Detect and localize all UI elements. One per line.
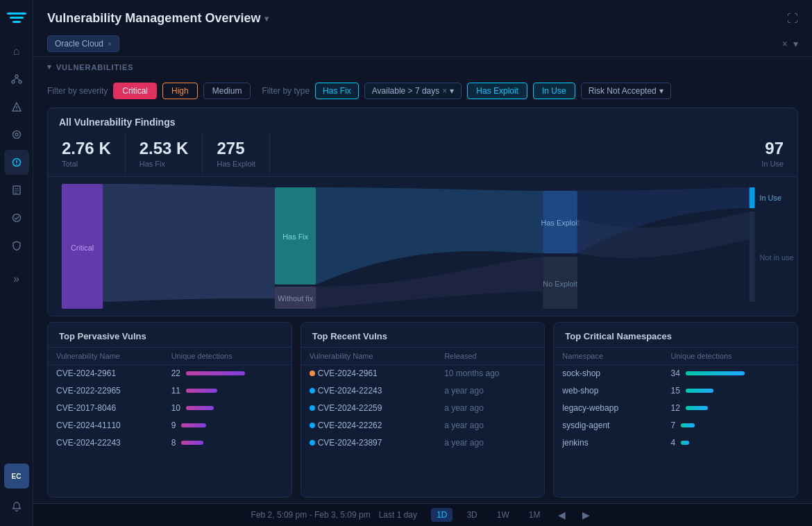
cve-name: CVE-2017-8046 <box>48 400 163 417</box>
timeline-1m[interactable]: 1M <box>523 508 546 522</box>
table-row[interactable]: CVE-2024-22243 a year ago <box>301 382 545 400</box>
sidebar-item-vulnerability[interactable] <box>4 150 29 175</box>
timeline-next[interactable]: ▶ <box>578 508 594 522</box>
table-row[interactable]: jenkins 4 <box>554 434 797 452</box>
sidebar-item-notifications[interactable] <box>4 494 29 519</box>
risk-not-accepted-filter[interactable]: Risk Not Accepted ▾ <box>581 83 671 99</box>
title-chevron[interactable]: ▾ <box>264 14 269 24</box>
in-use-filter[interactable]: In Use <box>533 83 575 99</box>
table-row[interactable]: legacy-webapp 12 <box>554 400 797 417</box>
recent-panel: Top Recent Vulns Vulnerability Name Rele… <box>301 322 545 498</box>
table-row[interactable]: CVE-2024-22262 a year ago <box>301 417 545 434</box>
svg-text:No Exploit: No Exploit <box>543 280 577 288</box>
svg-rect-2 <box>12 21 21 23</box>
fullscreen-button[interactable]: ⛶ <box>787 12 798 25</box>
svg-rect-1 <box>10 17 24 19</box>
stat-total-label: Total <box>62 160 111 168</box>
sidebar-item-topology[interactable] <box>4 67 29 92</box>
cve-count: 10 <box>163 400 291 417</box>
timeline-1d[interactable]: 1D <box>431 508 452 522</box>
cve-name: CVE-2024-22259 <box>301 400 436 417</box>
stat-total: 2.76 K Total <box>48 133 126 176</box>
namespace-count: 15 <box>663 382 797 400</box>
severity-filter-label: Filter by severity <box>47 86 108 96</box>
sidebar: ⌂ <box>0 0 33 526</box>
filter-tag-label: Oracle Cloud <box>55 39 103 49</box>
table-row[interactable]: CVE-2024-23897 a year ago <box>301 434 545 452</box>
table-row[interactable]: CVE-2024-2961 10 months ago <box>301 365 545 382</box>
table-row[interactable]: web-shop 15 <box>554 382 797 400</box>
namespace-count: 12 <box>663 400 797 417</box>
namespace-name: sock-shop <box>554 365 662 382</box>
timeline-3d[interactable]: 3D <box>461 508 482 522</box>
namespaces-title: Top Critical Namespaces <box>554 323 797 348</box>
timeline-last: Last 1 day <box>379 510 417 520</box>
sidebar-item-events[interactable] <box>4 122 29 147</box>
filter-tag-close[interactable]: × <box>108 40 112 48</box>
stat-hasfix-label: Has Fix <box>139 160 189 168</box>
stat-exploit-value: 275 <box>217 139 255 158</box>
svg-text:Not in use: Not in use <box>760 253 794 262</box>
stat-has-exploit: 275 Has Exploit <box>203 133 270 176</box>
vulnerabilities-header[interactable]: ▾ VULNERABILITIES <box>47 62 798 71</box>
main-content: Vulnerability Management Overview ▾ ⛶ Or… <box>33 0 812 526</box>
vulnerabilities-label: VULNERABILITIES <box>56 63 134 71</box>
available-dropdown[interactable]: ▾ <box>450 86 454 96</box>
filter-bar: Oracle Cloud × × ▾ <box>33 31 812 57</box>
logo <box>6 7 28 29</box>
medium-filter-button[interactable]: Medium <box>203 83 251 99</box>
cve-name: CVE-2024-41110 <box>48 417 163 434</box>
namespace-name: sysdig-agent <box>554 417 662 434</box>
cve-name: CVE-2024-2961 <box>301 365 436 382</box>
svg-line-7 <box>17 78 20 80</box>
critical-filter-button[interactable]: Critical <box>113 83 157 99</box>
recent-title: Top Recent Vulns <box>301 323 545 348</box>
available-close[interactable]: × <box>442 86 447 96</box>
overview-card: All Vulnerability Findings 2.76 K Total … <box>47 108 798 316</box>
namespace-count: 4 <box>663 434 797 452</box>
vulnerabilities-section: ▾ VULNERABILITIES <box>33 57 812 80</box>
sidebar-item-threats[interactable] <box>4 94 29 119</box>
pervasive-col2: Unique detections <box>163 348 291 365</box>
filter-clear-button[interactable]: × <box>782 38 788 49</box>
sidebar-item-posture[interactable] <box>4 205 29 230</box>
available-label: Available > 7 days <box>372 86 440 96</box>
table-row[interactable]: sock-shop 34 <box>554 365 797 382</box>
table-row[interactable]: CVE-2024-22243 8 <box>48 434 291 452</box>
table-row[interactable]: CVE-2017-8046 10 <box>48 400 291 417</box>
svg-point-4 <box>12 80 15 83</box>
has-exploit-filter[interactable]: Has Exploit <box>467 83 527 99</box>
timeline-prev[interactable]: ◀ <box>554 508 570 522</box>
high-filter-button[interactable]: High <box>162 83 198 99</box>
pervasive-title: Top Pervasive Vulns <box>48 323 291 348</box>
sidebar-item-shield[interactable] <box>4 233 29 258</box>
filter-expand-button[interactable]: ▾ <box>793 38 798 49</box>
timeline-1w[interactable]: 1W <box>491 508 515 522</box>
pervasive-panel: Top Pervasive Vulns Vulnerability Name U… <box>47 322 292 498</box>
table-row[interactable]: CVE-2024-2961 22 <box>48 365 291 382</box>
table-row[interactable]: CVE-2022-22965 11 <box>48 382 291 400</box>
risk-dropdown-icon[interactable]: ▾ <box>659 86 663 96</box>
user-avatar[interactable]: EC <box>4 464 29 489</box>
cve-name: CVE-2024-22243 <box>48 434 163 452</box>
table-row[interactable]: CVE-2024-22259 a year ago <box>301 400 545 417</box>
timeline-bar: Feb 2, 5:09 pm - Feb 3, 5:09 pm Last 1 d… <box>33 503 812 526</box>
cve-name: CVE-2024-22243 <box>301 382 436 400</box>
svg-text:In Use: In Use <box>760 194 781 202</box>
table-row[interactable]: sysdig-agent 7 <box>554 417 797 434</box>
stat-hasfix-value: 2.53 K <box>139 139 189 158</box>
sidebar-item-reports[interactable] <box>4 178 29 203</box>
has-fix-filter[interactable]: Has Fix <box>315 83 359 99</box>
risk-label: Risk Not Accepted <box>589 86 657 96</box>
cve-released: a year ago <box>436 382 544 400</box>
cve-count: 8 <box>163 434 291 452</box>
page-title: Vulnerability Management Overview ▾ <box>47 11 269 26</box>
available-filter[interactable]: Available > 7 days × ▾ <box>364 83 462 99</box>
pervasive-table: Vulnerability Name Unique detections CVE… <box>48 348 291 451</box>
sidebar-item-home[interactable]: ⌂ <box>4 39 29 64</box>
table-row[interactable]: CVE-2024-41110 9 <box>48 417 291 434</box>
cve-released: a year ago <box>436 400 544 417</box>
stat-in-use: 97 In Use <box>270 133 797 176</box>
sidebar-item-expand[interactable]: » <box>4 266 29 291</box>
svg-rect-33 <box>750 212 755 302</box>
